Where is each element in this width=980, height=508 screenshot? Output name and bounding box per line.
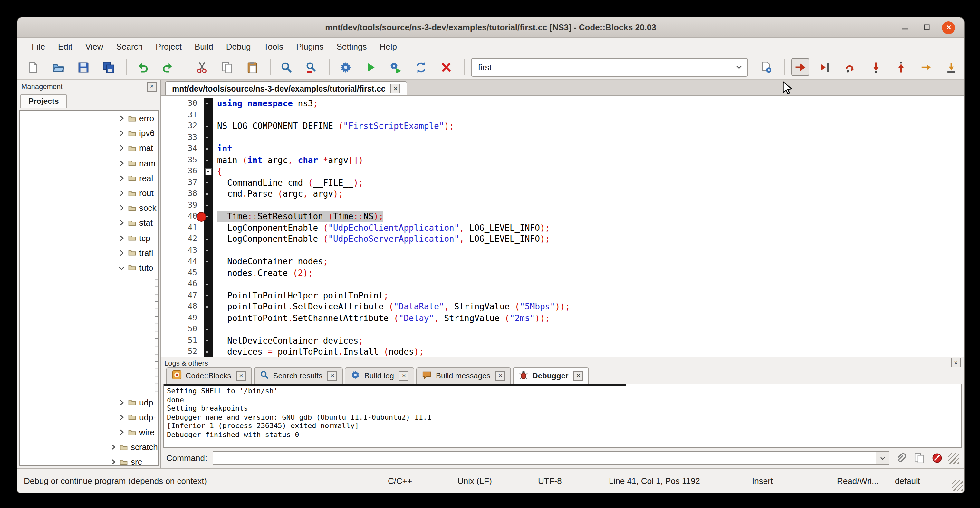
fold-margin[interactable] [204,143,213,154]
fold-margin[interactable] [204,346,213,357]
fold-margin[interactable] [204,154,213,166]
fold-margin[interactable] [204,109,213,121]
fold-margin[interactable] [204,98,213,109]
step-out-button[interactable] [892,58,910,76]
fold-margin[interactable] [204,188,213,199]
maximize-icon[interactable] [920,21,933,34]
log-tab-build-messages[interactable]: Build messages [417,368,511,384]
cut-button[interactable] [192,58,211,76]
copy-button[interactable] [218,58,236,76]
chevron-down-icon[interactable] [731,62,748,72]
log-tab-close-icon[interactable] [399,371,409,381]
next-line-button[interactable] [842,58,859,76]
tree-item-ipv6[interactable]: ipv6 [20,126,158,140]
menu-debug[interactable]: Debug [220,40,258,53]
fold-margin[interactable] [204,279,213,290]
minimize-icon[interactable] [898,21,911,34]
tree-item-fir[interactable]: fir [20,290,158,305]
tree-item-wire[interactable]: wire [20,425,158,440]
tree-item-th[interactable]: th [20,380,158,395]
log-tab-close-icon[interactable] [328,371,337,381]
save-button[interactable] [74,58,92,76]
log-tab-code-blocks[interactable]: Code::Blocks [166,368,251,384]
fold-margin[interactable] [204,301,213,312]
fold-margin[interactable] [204,222,213,233]
save-all-button[interactable] [99,58,117,76]
management-close-icon[interactable] [147,81,157,91]
log-tab-close-icon[interactable] [236,371,246,381]
tree-item-fif[interactable]: fif [20,275,158,290]
log-tab-build-log[interactable]: Build log [345,368,415,384]
tree-item-rout[interactable]: rout [20,186,158,201]
fold-margin[interactable] [204,290,213,301]
tree-item-trafl[interactable]: trafl [20,245,158,260]
chevron-down-icon[interactable] [117,264,126,272]
chevron-right-icon[interactable] [109,443,117,451]
tree-item-stat[interactable]: stat [20,216,158,231]
fold-margin[interactable] [204,132,213,143]
tree-item-mat[interactable]: mat [20,141,158,156]
code-editor[interactable]: 30using namespace ns3;3132NS_LOG_COMPONE… [161,96,964,357]
tree-item-se[interactable]: se [20,350,158,365]
menu-edit[interactable]: Edit [51,40,79,53]
menu-help[interactable]: Help [373,40,403,53]
panel-resize-grip[interactable] [948,453,959,463]
fold-margin[interactable] [204,233,213,245]
tree-item-erro[interactable]: erro [20,111,158,126]
copy-output-icon[interactable] [912,452,925,465]
fold-margin[interactable] [204,166,213,177]
chevron-right-icon[interactable] [117,174,126,182]
attach-icon[interactable] [894,452,907,465]
tree-item-src[interactable]: src [20,455,158,466]
chevron-right-icon[interactable] [117,398,126,406]
menu-build[interactable]: Build [188,40,220,53]
tree-item-scratch[interactable]: scratch [20,440,158,454]
chevron-right-icon[interactable] [117,413,126,422]
chevron-right-icon[interactable] [117,428,126,436]
redo-button[interactable] [159,58,177,76]
chevron-right-icon[interactable] [117,249,126,257]
tree-item-sock[interactable]: sock [20,201,158,215]
tree-item-tcp[interactable]: tcp [20,231,158,245]
chevron-right-icon[interactable] [117,159,126,167]
menu-view[interactable]: View [79,40,110,53]
fold-margin[interactable] [204,121,213,132]
step-into-instruction-button[interactable] [942,58,960,76]
tree-item-six[interactable]: six [20,365,158,380]
chevron-right-icon[interactable] [117,189,126,197]
open-file-button[interactable] [49,58,67,76]
step-into-button[interactable] [867,58,885,76]
menu-settings[interactable]: Settings [330,40,373,53]
undo-button[interactable] [134,58,151,76]
fold-margin[interactable] [204,256,213,267]
menu-file[interactable]: File [25,40,51,53]
stop-output-icon[interactable] [931,452,943,465]
log-tab-debugger[interactable]: Debugger [513,368,589,384]
build-target-combo[interactable]: first [471,58,748,76]
tree-item-fo[interactable]: fo [20,305,158,320]
breakpoint-icon[interactable] [197,212,206,222]
menu-project[interactable]: Project [149,40,188,53]
tree-item-udp[interactable]: udp [20,395,158,410]
abort-button[interactable] [437,58,455,76]
chevron-right-icon[interactable] [117,204,126,212]
tree-item-se[interactable]: se [20,335,158,350]
compile-current-file-button[interactable] [757,58,775,76]
menu-plugins[interactable]: Plugins [290,40,330,53]
run-to-cursor-button[interactable] [816,58,834,76]
log-tab-close-icon[interactable] [573,371,583,381]
tree-item-he[interactable]: he [20,320,158,335]
fold-margin[interactable] [204,335,213,346]
titlebar[interactable]: mnt/dev/tools/source/ns-3-dev/examples/t… [18,18,964,38]
find-in-files-button[interactable] [302,58,320,76]
logs-close-icon[interactable] [951,358,961,368]
editor-tab-close-icon[interactable] [391,84,401,94]
next-instruction-button[interactable] [917,58,935,76]
log-tab-search-results[interactable]: Search results [253,368,343,384]
editor-tab-first-cc[interactable]: mnt/dev/tools/source/ns-3-dev/examples/t… [165,81,407,96]
fold-margin[interactable] [204,312,213,323]
debug-continue-button[interactable] [791,58,809,76]
build-button[interactable] [336,58,354,76]
close-icon[interactable] [942,21,955,34]
run-button[interactable] [361,58,380,76]
